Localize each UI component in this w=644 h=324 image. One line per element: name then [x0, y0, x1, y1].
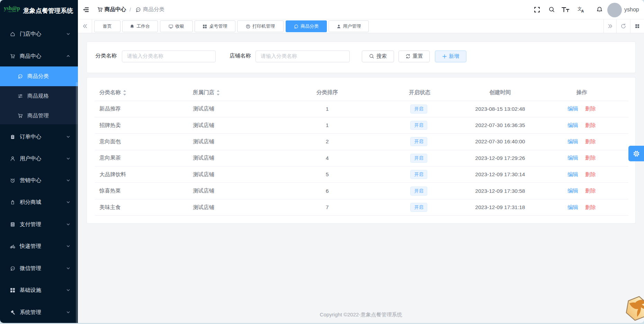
- svg-text:A: A: [581, 9, 584, 13]
